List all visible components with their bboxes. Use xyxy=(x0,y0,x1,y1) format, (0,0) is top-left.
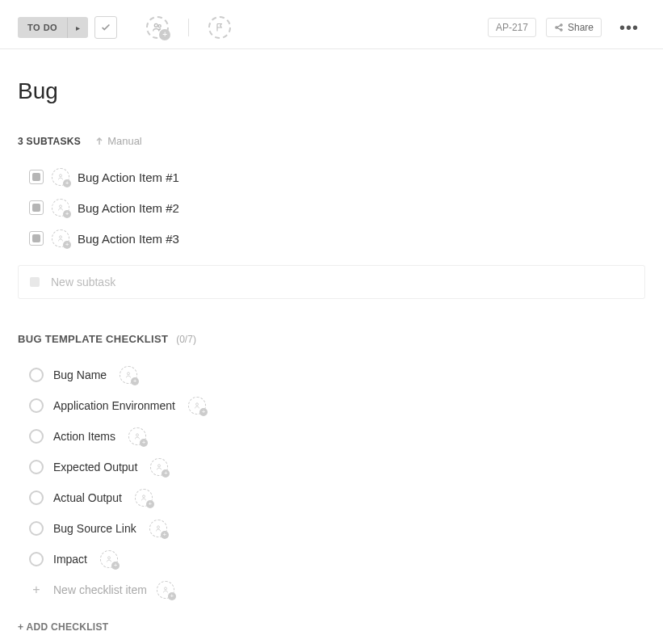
svg-point-7 xyxy=(60,236,62,238)
plus-icon: + xyxy=(29,583,44,597)
subtasks-count: 3 SUBTASKS xyxy=(18,136,81,147)
subtask-label: Bug Action Item #2 xyxy=(78,201,179,215)
assignee-add-small[interactable]: + xyxy=(52,168,69,186)
checklist-checkbox[interactable] xyxy=(29,552,44,566)
checklist-checkbox[interactable] xyxy=(29,521,44,536)
assignee-add-small[interactable]: + xyxy=(149,520,167,537)
ticket-id-pill[interactable]: AP-217 xyxy=(488,18,536,37)
checklist-checkbox[interactable] xyxy=(29,398,44,413)
svg-point-13 xyxy=(157,526,159,528)
checkbox-inner-icon xyxy=(32,173,40,181)
subtask-row[interactable]: +Bug Action Item #3 xyxy=(18,223,645,254)
subtasks-list: +Bug Action Item #1+Bug Action Item #2+B… xyxy=(18,162,645,254)
svg-point-10 xyxy=(136,434,139,436)
checklist-row[interactable]: Application Environment+ xyxy=(18,390,645,421)
svg-point-0 xyxy=(154,23,157,27)
status-caret-icon: ▸ xyxy=(67,18,88,38)
checklist-item-label: Application Environment xyxy=(53,399,175,412)
subtask-label: Bug Action Item #1 xyxy=(78,170,179,184)
assignee-add-small[interactable]: + xyxy=(52,229,69,247)
flag-icon xyxy=(215,23,224,32)
status-button[interactable]: TO DO ▸ xyxy=(18,17,88,38)
assignee-add-small[interactable]: + xyxy=(150,458,168,476)
plus-badge-icon: + xyxy=(63,241,71,249)
assignee-add-small[interactable]: + xyxy=(128,427,146,445)
checklist-row[interactable]: Action Items+ xyxy=(18,421,645,452)
assignee-add-small[interactable]: + xyxy=(100,550,118,568)
checklist-checkbox[interactable] xyxy=(29,460,44,474)
subtasks-sort-button[interactable]: Manual xyxy=(95,135,142,147)
subtask-row[interactable]: +Bug Action Item #1 xyxy=(18,162,645,192)
plus-badge-icon: + xyxy=(168,592,176,600)
page-title[interactable]: Bug xyxy=(18,78,645,104)
plus-badge-icon: + xyxy=(63,179,71,187)
complete-button[interactable] xyxy=(94,16,117,39)
checklist-item-label: Impact xyxy=(53,553,87,566)
priority-button[interactable] xyxy=(208,16,231,39)
more-menu-button[interactable]: ••• xyxy=(613,19,645,37)
assignee-add-small[interactable]: + xyxy=(120,366,137,384)
checklist-title: BUG TEMPLATE CHECKLIST xyxy=(18,333,168,345)
checklist-item-label: Bug Name xyxy=(53,368,107,381)
svg-point-8 xyxy=(128,373,130,375)
checklist-row[interactable]: Expected Output+ xyxy=(18,452,645,482)
share-button[interactable]: Share xyxy=(546,18,602,37)
checklist-list: Bug Name+Application Environment+Action … xyxy=(18,360,645,575)
subtask-row[interactable]: +Bug Action Item #2 xyxy=(18,192,645,223)
subtask-checkbox[interactable] xyxy=(29,170,44,184)
assignee-add-small[interactable]: + xyxy=(135,489,153,507)
plus-badge-icon: + xyxy=(199,408,208,416)
content: Bug 3 SUBTASKS Manual +Bug Action Item #… xyxy=(0,49,663,639)
status-label: TO DO xyxy=(18,17,67,38)
arrow-up-icon xyxy=(95,137,103,145)
check-icon xyxy=(100,22,111,33)
plus-badge-icon: + xyxy=(63,210,71,218)
plus-badge-icon: + xyxy=(162,469,170,478)
svg-point-5 xyxy=(60,175,62,177)
svg-point-14 xyxy=(108,557,111,559)
person-icon xyxy=(162,586,170,594)
divider xyxy=(188,19,189,36)
subtask-label: Bug Action Item #3 xyxy=(78,232,179,246)
checklist-checkbox[interactable] xyxy=(29,490,44,505)
checklist-item-label: Actual Output xyxy=(53,491,122,504)
subtasks-sort-label: Manual xyxy=(107,135,142,147)
add-checklist-button[interactable]: + ADD CHECKLIST xyxy=(18,605,645,639)
subtask-checkbox[interactable] xyxy=(29,200,44,215)
checklist-item-label: Bug Source Link xyxy=(53,522,136,535)
svg-point-11 xyxy=(158,465,161,467)
checklist-row[interactable]: Bug Source Link+ xyxy=(18,513,645,544)
plus-badge-icon: + xyxy=(159,29,170,40)
checkbox-inner-icon xyxy=(32,234,40,242)
checklist-row[interactable]: Actual Output+ xyxy=(18,482,645,513)
toolbar: TO DO ▸ + AP-217 Share ••• xyxy=(0,0,663,49)
new-checklist-item-row[interactable]: + New checklist item + xyxy=(18,575,645,605)
plus-badge-icon: + xyxy=(131,377,139,385)
new-subtask-box[interactable] xyxy=(18,265,645,299)
checklist-row[interactable]: Bug Name+ xyxy=(18,360,645,390)
assignee-add-small[interactable]: + xyxy=(52,199,69,217)
assignee-add-small[interactable]: + xyxy=(188,397,206,415)
assignee-add-button[interactable]: + xyxy=(146,16,169,39)
checklist-item-label: Action Items xyxy=(53,430,115,443)
svg-point-6 xyxy=(60,205,62,208)
share-label: Share xyxy=(568,22,594,33)
subtasks-header: 3 SUBTASKS Manual xyxy=(18,135,645,147)
checklist-header: BUG TEMPLATE CHECKLIST (0/7) xyxy=(18,333,645,345)
person-icon xyxy=(140,494,148,502)
svg-point-1 xyxy=(158,25,161,27)
subtask-checkbox[interactable] xyxy=(29,231,44,246)
assignee-add-small[interactable]: + xyxy=(157,581,174,599)
checklist-row[interactable]: Impact+ xyxy=(18,544,645,575)
checkbox-inner-icon xyxy=(32,204,40,212)
new-subtask-input[interactable] xyxy=(51,276,633,288)
checklist-item-label: Expected Output xyxy=(53,461,137,474)
dots-icon: ••• xyxy=(619,19,639,36)
svg-point-9 xyxy=(195,403,198,406)
share-icon xyxy=(554,23,564,32)
checklist-checkbox[interactable] xyxy=(29,429,44,444)
new-checklist-item-label: New checklist item xyxy=(53,583,147,596)
svg-point-12 xyxy=(142,495,145,498)
checklist-checkbox[interactable] xyxy=(29,368,44,382)
svg-point-3 xyxy=(560,24,562,26)
